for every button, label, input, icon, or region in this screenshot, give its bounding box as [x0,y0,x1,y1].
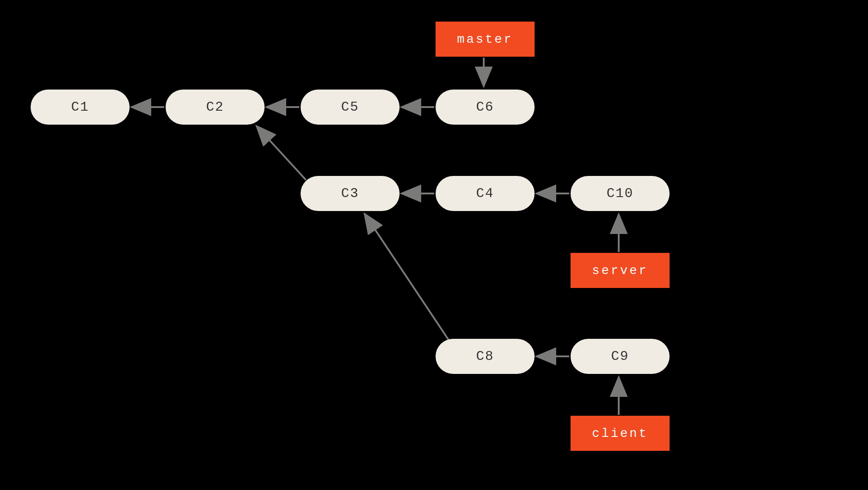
commit-c8: C8 [436,339,535,374]
edge-c3-c2 [256,126,306,180]
commit-label: C10 [607,186,634,201]
branch-label: client [592,427,648,441]
branch-label: master [457,32,513,46]
commit-label: C2 [206,99,224,115]
commit-label: C6 [476,99,494,115]
commit-c6: C6 [436,90,535,125]
commit-c2: C2 [166,90,265,125]
commit-c4: C4 [436,176,535,211]
commit-label: C1 [71,99,89,115]
arrow-layer [0,0,868,490]
commit-c1: C1 [31,90,130,125]
edge-c8-c3 [364,214,450,342]
commit-c5: C5 [301,90,400,125]
branch-client: client [571,416,670,451]
commit-label: C5 [341,99,359,115]
commit-label: C4 [476,186,494,201]
commit-c3: C3 [301,176,400,211]
commit-c9: C9 [571,339,670,374]
commit-label: C8 [476,349,494,364]
commit-label: C3 [341,186,359,201]
branch-server: server [571,253,670,288]
branch-master: master [436,22,535,57]
commit-label: C9 [611,349,629,364]
branch-label: server [592,264,648,278]
commit-c10: C10 [571,176,670,211]
